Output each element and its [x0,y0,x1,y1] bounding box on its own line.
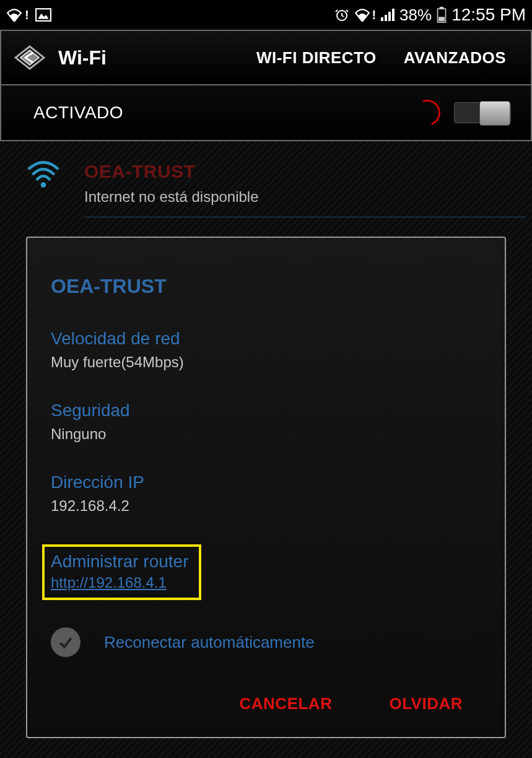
page-title: Wi-Fi [58,46,107,69]
network-name: OEA-TRUST [84,161,526,182]
network-list: OEA-TRUST Internet no está disponible [0,141,532,243]
svg-rect-3 [381,17,383,21]
back-button[interactable] [12,40,47,75]
wifi-toggle-switch[interactable] [454,102,511,123]
dialog-actions: CANCELAR OLVIDAR [51,694,481,720]
router-label: Administrar router [51,552,189,572]
ip-value: 192.168.4.2 [51,497,481,515]
clock-time: 12:55 PM [451,5,526,25]
wifi-status-icon [6,8,22,22]
battery-percent: 38% [399,6,432,25]
toggle-state-label: ACTIVADO [33,103,123,123]
svg-rect-9 [438,17,445,21]
auto-reconnect-row[interactable]: Reconectar automáticamente [51,627,481,657]
alarm-icon [334,7,349,22]
cell-signal-icon [381,9,395,21]
status-bar: ! ! 38% 12:55 PM [0,0,532,30]
svg-rect-5 [388,12,391,21]
svg-rect-4 [385,15,387,21]
wifi-direct-button[interactable]: WI-FI DIRECTO [243,48,390,68]
router-link[interactable]: http://192.168.4.1 [51,574,167,591]
loading-spinner-icon [410,95,445,130]
picture-icon [35,8,51,22]
field-speed: Velocidad de red Muy fuerte(54Mbps) [51,329,481,371]
switch-knob [479,101,510,126]
speed-label: Velocidad de red [51,329,481,349]
svg-marker-1 [38,14,48,19]
network-item[interactable]: OEA-TRUST Internet no está disponible [6,151,526,226]
dialog-title: OEA-TRUST [51,275,481,298]
auto-reconnect-label: Reconectar automáticamente [104,633,315,652]
status-left: ! [6,8,51,22]
wifi-toggle-row: ACTIVADO [0,85,532,141]
router-admin-highlight: Administrar router http://192.168.4.1 [42,544,201,600]
speed-value: Muy fuerte(54Mbps) [51,354,481,371]
status-right: ! 38% 12:55 PM [334,5,526,25]
wifi-alert-icon-2: ! [372,8,376,22]
auto-reconnect-checkbox[interactable] [51,627,81,657]
forget-button[interactable]: OLVIDAR [389,694,463,713]
app-header: Wi-Fi WI-FI DIRECTO AVANZADOS [0,30,532,85]
security-value: Ninguno [51,425,481,443]
ip-label: Dirección IP [51,473,481,492]
wifi-network-icon [26,226,61,235]
svg-rect-0 [36,9,51,21]
svg-rect-6 [392,9,395,21]
wifi-alert-icon: ! [25,8,29,22]
advanced-button[interactable]: AVANZADOS [390,48,520,68]
field-security: Seguridad Ninguno [51,401,481,443]
cancel-button[interactable]: CANCELAR [240,694,333,713]
wifi-network-icon [26,161,61,188]
security-label: Seguridad [51,401,481,420]
network-status: Internet no está disponible [84,188,526,206]
svg-point-12 [41,182,46,188]
battery-icon [437,7,447,23]
check-icon [58,634,74,650]
network-details-dialog: OEA-TRUST Velocidad de red Muy fuerte(54… [26,237,506,738]
wifi-signal-icon [354,8,370,22]
field-ip: Dirección IP 192.168.4.2 [51,473,481,515]
